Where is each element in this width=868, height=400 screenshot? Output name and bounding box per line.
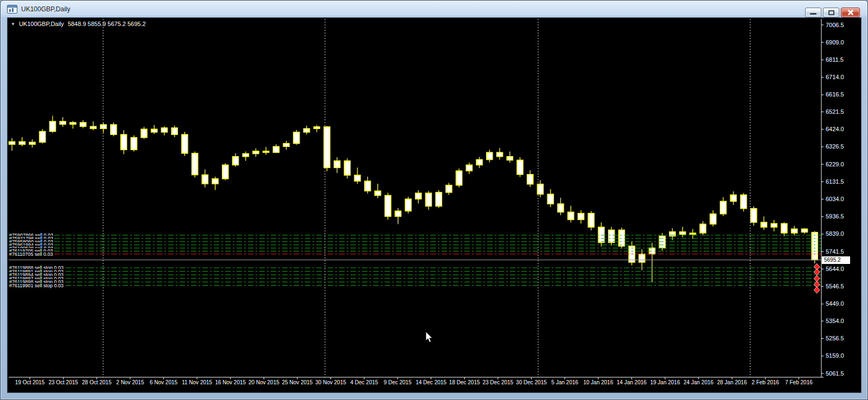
candle [395,211,401,216]
candle [222,165,228,178]
title-bar[interactable]: UK100GBP,Daily [3,2,865,17]
candle [487,152,493,159]
candle [456,171,462,185]
candle [710,214,716,224]
candle [334,161,340,168]
candle [720,201,726,214]
candle [111,125,117,134]
chart-window: UK100GBP,Daily ▼ UK100GBP,Daily 5848.9 5… [0,0,868,400]
current-price-badge: 5695.2 [822,256,850,264]
candle [609,230,615,242]
candle [405,199,411,211]
candle [741,195,746,209]
candle [690,233,695,234]
candle [60,121,66,124]
candle [568,212,574,220]
candle [253,151,259,154]
chart-canvas[interactable]: ▼ UK100GBP,Daily 5848.9 5855.9 5675.2 56… [7,17,861,393]
candle [263,151,269,152]
sell-arrow-icon [814,287,820,293]
candle [466,165,472,171]
price-axis-label: 6714.0 [826,74,844,80]
candle [700,224,706,233]
candle [344,161,350,175]
candle [19,141,25,144]
candle [385,196,391,217]
candle [121,134,127,150]
candle [527,175,533,184]
candle [131,138,137,150]
mouse-cursor [426,332,432,342]
candle [547,194,553,204]
order-label: #76119901 sell stop 0.03 [9,283,65,288]
candle [90,126,96,128]
restore-icon [828,10,834,15]
price-axis-label: 7006.5 [826,22,844,28]
candle [40,132,46,143]
chart-window-icon [7,5,17,14]
price-axis-label: 6131.5 [826,178,844,185]
candle [761,222,767,227]
candle [304,128,310,132]
price-axis-label: 6424.0 [826,126,844,132]
candle [293,132,299,144]
minimize-button[interactable] [805,8,821,17]
candle [436,192,442,206]
candle [324,127,330,167]
chart-symbol-period: UK100GBP,Daily [19,21,64,27]
price-axis-label: 6909.0 [826,39,844,46]
time-axis-label: 7 Feb 2016 [778,379,819,385]
candle [771,223,777,227]
price-axis-label: 5449.0 [826,300,844,307]
candle [446,185,452,192]
candle [29,142,35,144]
price-axis-label: 5546.5 [826,283,844,289]
candle [212,179,218,184]
candle [314,127,320,128]
price-axis-label: 6326.5 [826,143,844,150]
candle [283,144,289,147]
candle [354,175,360,181]
price-axis-label: 5159.0 [826,352,844,359]
candle [476,159,482,165]
candle [425,193,431,206]
candle [171,128,177,134]
candle [781,223,787,233]
order-label: #76110705 sell 0.03 [9,251,54,257]
candle [416,193,422,199]
candle [558,204,564,212]
candle [141,129,147,138]
chart-ohlc-values: 5848.9 5855.9 5675.2 5695.2 [68,21,146,27]
minimize-icon [810,13,816,15]
candle [161,128,167,132]
candle [751,209,757,222]
price-axis-label: 6616.5 [826,91,844,98]
price-axis-label: 5936.5 [826,213,844,220]
candle [578,214,584,220]
candle [598,227,604,242]
candle [233,157,239,165]
candle [659,236,665,248]
candle [812,233,818,260]
sell-arrow-icon [814,269,820,275]
price-axis-label: 5644.0 [826,266,844,272]
candle [517,160,523,174]
candle [182,134,188,153]
candle [202,175,208,184]
price-axis-label: 5839.0 [826,230,844,237]
candle [375,191,381,195]
candle [70,122,76,124]
candle [792,229,797,233]
candle [49,121,55,132]
price-axis-label: 6521.5 [826,108,844,115]
restore-button[interactable] [823,8,839,17]
candle [192,153,198,175]
candle [497,152,503,157]
price-chart[interactable] [8,18,861,392]
candle [588,214,594,227]
symbol-dropdown-icon[interactable]: ▼ [11,22,15,27]
candle [151,129,157,132]
close-button[interactable] [841,8,860,17]
candle [9,141,15,144]
candle [273,146,279,152]
